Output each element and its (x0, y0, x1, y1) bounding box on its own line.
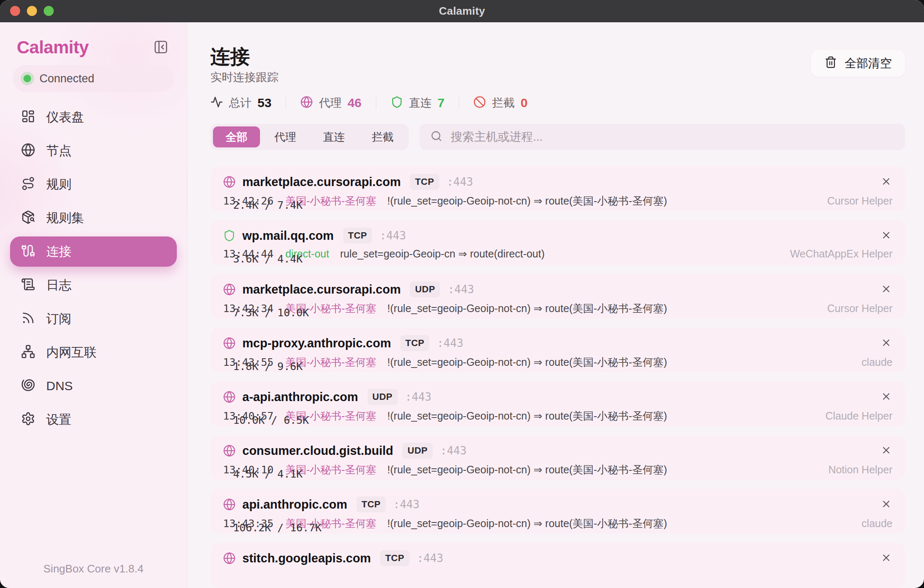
status-dot-icon (24, 75, 31, 82)
close-connection-button[interactable] (880, 390, 892, 404)
connection-row: wp.mail.qq.com TCP :443 13:44:44 direct-… (210, 220, 905, 265)
protocol-badge: UDP (410, 281, 440, 297)
close-connection-button[interactable] (880, 498, 892, 512)
shield-icon (223, 229, 236, 242)
filter-tab-direct[interactable]: 直连 (310, 126, 357, 147)
filter-tab-proxy[interactable]: 代理 (262, 126, 309, 147)
activity-icon (210, 96, 223, 110)
connection-port: :443 (417, 552, 444, 564)
connection-port: :443 (440, 444, 467, 457)
connection-rule: !(rule_set=geoip-Geoip-not-cn) ⇒ route(美… (387, 355, 667, 369)
sidebar-item-connections[interactable]: 连接 (10, 236, 177, 267)
globe-icon (223, 552, 236, 564)
protocol-badge: TCP (410, 174, 439, 190)
scroll-text-icon (21, 277, 35, 293)
connection-row: a-api.anthropic.com UDP :443 13:40:57 美国… (210, 381, 905, 426)
divider (459, 97, 459, 109)
close-connection-button[interactable] (880, 229, 892, 243)
connection-domain: marketplace.cursorapi.com (242, 283, 401, 297)
dashboard-icon (21, 109, 35, 125)
clear-all-button[interactable]: 全部清空 (811, 50, 905, 77)
stat-proxy: 代理 46 (300, 95, 361, 110)
globe-icon (223, 498, 236, 511)
sidebar-collapse-button[interactable] (152, 38, 170, 58)
connection-port: :443 (405, 391, 432, 403)
connection-row: marketplace.cursorapi.com UDP :443 13:42… (210, 274, 905, 319)
connection-domain: wp.mail.qq.com (242, 229, 334, 243)
divider (376, 97, 376, 109)
protocol-badge: TCP (357, 496, 386, 512)
sidebar-item-dns[interactable]: DNS (10, 371, 177, 401)
connection-rule: !(rule_set=geoip-Geoip-not-cn) ⇒ route(美… (387, 463, 667, 477)
stats-row: 总计 53 代理 46 直连 7 拦截 (210, 94, 905, 111)
sidebar-item-lan[interactable]: 内网互联 (10, 337, 177, 368)
sidebar-nav: 仪表盘 节点 规则 规则集 连接 (10, 102, 177, 435)
close-window-button[interactable] (10, 6, 20, 16)
connection-domain: marketplace.cursorapi.com (242, 175, 401, 189)
connection-rule: !(rule_set=geoip-Geoip-not-cn) ⇒ route(美… (387, 517, 667, 530)
divider (286, 97, 286, 109)
app-window: Calamity Calamity Connected 仪表盘 (0, 0, 924, 588)
close-connection-button[interactable] (880, 551, 892, 565)
globe-icon (223, 176, 236, 188)
sidebar-item-dashboard[interactable]: 仪表盘 (10, 102, 177, 132)
gear-icon (21, 412, 35, 428)
filter-tab-blocked[interactable]: 拦截 (359, 126, 406, 147)
titlebar: Calamity (0, 0, 924, 22)
sidebar-item-rulesets[interactable]: 规则集 (10, 203, 177, 233)
globe-icon (223, 337, 236, 349)
traffic-stats: 10.0K / 6.5K (233, 409, 309, 431)
connection-domain: stitch.googleapis.com (242, 551, 371, 565)
close-connection-button[interactable] (880, 444, 892, 458)
protocol-badge: UDP (368, 389, 398, 405)
shield-icon (391, 96, 403, 110)
traffic-stats: 1.8K / 9.6K (233, 355, 303, 377)
connection-port: :443 (448, 283, 474, 296)
connection-row: stitch.googleapis.com TCP :443 (210, 543, 905, 588)
cable-icon (21, 244, 35, 260)
protocol-badge: UDP (402, 443, 433, 459)
process-name: claude (861, 356, 892, 368)
spiral-icon (21, 378, 35, 394)
close-icon (881, 552, 892, 564)
stat-total: 总计 53 (210, 95, 271, 110)
traffic-stats: 3.6K / 4.4K (233, 248, 303, 270)
close-icon (881, 176, 892, 188)
sidebar-item-settings[interactable]: 设置 (10, 404, 177, 435)
filter-tab-all[interactable]: 全部 (213, 126, 260, 147)
route-icon (21, 176, 35, 192)
search-input[interactable] (450, 130, 894, 144)
process-name: Cursor Helper (827, 195, 892, 207)
stat-blocked: 拦截 0 (473, 95, 528, 110)
traffic-lights (10, 0, 54, 22)
close-connection-button[interactable] (880, 283, 892, 297)
sidebar-item-logs[interactable]: 日志 (10, 270, 177, 300)
process-name: WeChatAppEx Helper (790, 248, 892, 260)
zoom-window-button[interactable] (44, 6, 54, 16)
protocol-badge: TCP (343, 228, 373, 244)
close-connection-button[interactable] (880, 336, 892, 350)
process-name: Notion Helper (828, 464, 892, 476)
minimize-window-button[interactable] (27, 6, 37, 16)
globe-icon (223, 444, 236, 457)
network-icon (21, 344, 35, 360)
ban-icon (473, 96, 486, 110)
panel-collapse-icon (153, 39, 168, 56)
close-icon (881, 337, 892, 349)
process-name: Cursor Helper (827, 302, 892, 315)
sidebar-item-rules[interactable]: 规则 (10, 169, 177, 200)
sidebar-item-subscriptions[interactable]: 订阅 (10, 304, 177, 334)
search-bar (420, 124, 905, 150)
core-version-label: SingBox Core v1.8.4 (0, 562, 187, 575)
window-title: Calamity (439, 5, 485, 18)
close-connection-button[interactable] (880, 175, 892, 189)
page-title: 连接 (210, 46, 278, 68)
close-icon (881, 230, 892, 242)
sidebar-item-nodes[interactable]: 节点 (10, 136, 177, 166)
close-icon (881, 391, 892, 403)
globe-icon (21, 143, 35, 159)
connection-domain: consumer.cloud.gist.build (242, 444, 393, 458)
close-icon (881, 284, 892, 296)
traffic-stats: 7.3K / 10.0K (233, 302, 309, 323)
globe-icon (223, 283, 236, 296)
